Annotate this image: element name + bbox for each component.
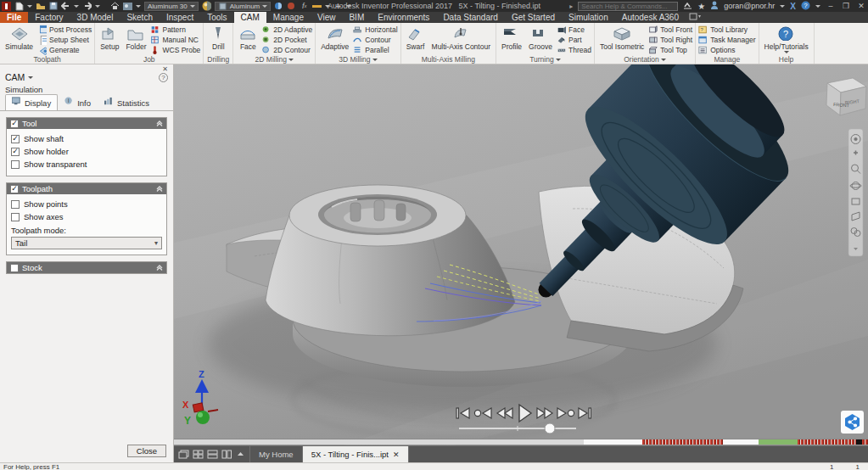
minimize-button[interactable]: –: [826, 2, 836, 10]
ribbon-tab-file[interactable]: File: [0, 12, 28, 23]
search-expand-icon[interactable]: ▸: [569, 3, 573, 10]
manual-nc-button[interactable]: Manual NC: [150, 35, 200, 45]
user-dropdown-icon[interactable]: [780, 5, 785, 8]
color-icon[interactable]: [287, 2, 296, 11]
appearance-select[interactable]: Aluminum: [215, 2, 272, 11]
section-header-tool[interactable]: Tool: [7, 118, 166, 129]
panel-tab-statistics[interactable]: Statistics: [98, 94, 156, 110]
generate-button[interactable]: Generate: [37, 45, 92, 55]
checkbox-show-points[interactable]: Show points: [11, 198, 162, 210]
show-points-checkbox[interactable]: [11, 200, 20, 209]
a360-icon[interactable]: X: [790, 2, 796, 11]
material-select[interactable]: Aluminum 30: [144, 2, 199, 11]
pattern-button[interactable]: Pattern: [150, 25, 200, 35]
section-header-toolpath[interactable]: Toolpath: [7, 183, 166, 194]
ribbon-tab-get-started[interactable]: Get Started: [505, 12, 562, 23]
section-collapse-icon[interactable]: [156, 184, 163, 193]
help-dropdown-icon[interactable]: [815, 5, 820, 8]
setup-button[interactable]: Setup: [98, 24, 121, 52]
line-color-dropdown-icon[interactable]: [325, 5, 330, 8]
swarf-button[interactable]: Swarf: [404, 24, 428, 52]
groove-button[interactable]: Groove: [526, 24, 555, 52]
adaptive-button[interactable]: Adaptive: [318, 24, 351, 52]
show-shaft-checkbox[interactable]: [11, 135, 20, 143]
parallel-button[interactable]: Parallel: [353, 45, 397, 55]
open-icon[interactable]: [36, 2, 45, 11]
viewport-3d[interactable]: Z X Y FRONT RIGHT: [174, 64, 868, 445]
checkbox-show-axes[interactable]: Show axes: [11, 210, 162, 223]
horizontal-button[interactable]: Horizontal: [353, 25, 397, 35]
ribbon-tab-data-standard[interactable]: Data Standard: [436, 12, 505, 23]
ribbon-tab-tools[interactable]: Tools: [200, 12, 233, 23]
panel-help-icon[interactable]: ?: [159, 73, 168, 82]
stock-enable-checkbox[interactable]: [10, 264, 19, 272]
cascade-windows-icon[interactable]: [178, 450, 189, 459]
ribbon-tab-environments[interactable]: Environments: [371, 12, 436, 23]
help-tutorials-button[interactable]: ?Help/Tutorials: [762, 24, 811, 54]
save-icon[interactable]: [48, 2, 58, 11]
folder-button[interactable]: Folder: [123, 24, 148, 52]
favorites-star-icon[interactable]: ★: [697, 2, 705, 11]
tile-windows-icon[interactable]: [193, 450, 204, 459]
playback-slider-thumb[interactable]: [545, 423, 555, 434]
ribbon-tab-factory[interactable]: Factory: [28, 12, 70, 23]
tool-enable-checkbox[interactable]: [10, 120, 19, 128]
tool-right-button[interactable]: Tool Right: [648, 35, 692, 45]
collapse-docbar-icon[interactable]: [236, 450, 245, 459]
material-ball-icon[interactable]: [202, 2, 211, 11]
task-manager-button[interactable]: Task Manager: [698, 35, 755, 45]
ribbon-tab-inspect[interactable]: Inspect: [160, 12, 200, 23]
add-tool-icon[interactable]: +: [333, 2, 343, 11]
ribbon-group-label-3d-milling[interactable]: 3D Milling: [318, 55, 397, 64]
line-color-icon[interactable]: [312, 2, 322, 11]
search-input[interactable]: [578, 2, 678, 11]
doc-tab-my-home[interactable]: My Home: [250, 446, 303, 462]
close-button[interactable]: ✕: [856, 2, 866, 10]
simulate-button[interactable]: Simulate: [3, 24, 36, 52]
ribbon-tab-manage[interactable]: Manage: [266, 12, 311, 23]
ribbon-tab-bim[interactable]: BIM: [342, 12, 371, 23]
tool-isometric-button[interactable]: Tool Isometric: [597, 24, 647, 52]
doc-tab-close-icon[interactable]: ✕: [393, 450, 400, 459]
help-menu-icon[interactable]: ?: [801, 1, 810, 12]
render-dropdown-icon[interactable]: [136, 5, 141, 8]
checkbox-show-transparent[interactable]: Show transparent: [11, 158, 162, 171]
simulation-close-button[interactable]: Close: [127, 445, 166, 457]
redo-dropdown-icon[interactable]: [95, 5, 100, 8]
face-button[interactable]: Face: [236, 24, 260, 52]
drill-button[interactable]: Drill: [206, 24, 230, 52]
show-holder-checkbox[interactable]: [11, 148, 20, 156]
panel-title-dropdown-icon[interactable]: [28, 76, 33, 79]
undo-dropdown-icon[interactable]: [74, 5, 79, 8]
2d-pocket-button[interactable]: 2D Pocket: [261, 35, 312, 45]
thread-button[interactable]: Thread: [557, 45, 591, 55]
sync-icon[interactable]: [683, 1, 692, 11]
options-button[interactable]: Options: [698, 45, 755, 55]
render-icon[interactable]: [123, 2, 132, 11]
tool-front-button[interactable]: Tool Front: [648, 25, 692, 35]
multi-axis-contour-button[interactable]: Multi-Axis Contour: [429, 24, 493, 52]
restore-button[interactable]: ❐: [841, 2, 851, 10]
view-cube[interactable]: FRONT RIGHT: [826, 78, 866, 115]
ribbon-tab-view[interactable]: View: [311, 12, 343, 23]
ribbon-group-label-orientation[interactable]: Orientation: [597, 55, 692, 64]
tile-vertical-icon[interactable]: [221, 450, 232, 459]
simulation-timeline[interactable]: [174, 439, 868, 445]
show-axes-checkbox[interactable]: [11, 213, 20, 221]
doc-tab-5x-tilting-finis-ipt[interactable]: 5X - Tilting - Finis...ipt✕: [303, 446, 409, 462]
checkbox-show-shaft[interactable]: Show shaft: [11, 132, 162, 145]
ribbon-tab-cam[interactable]: CAM: [234, 12, 266, 23]
ribbon-display-options-icon[interactable]: [689, 13, 701, 22]
face-button[interactable]: Face: [557, 25, 591, 35]
2d-contour-button[interactable]: 2D Contour: [261, 45, 312, 55]
contour-button[interactable]: Contour: [353, 35, 397, 45]
ribbon-tab-autodesk-a360[interactable]: Autodesk A360: [615, 12, 686, 23]
qat-customize-icon[interactable]: [346, 5, 351, 8]
user-name[interactable]: goran@pnor.hr: [724, 2, 775, 10]
ribbon-group-label-2d-milling[interactable]: 2D Milling: [236, 55, 312, 64]
panel-close-icon[interactable]: ✕: [162, 65, 168, 73]
redo-icon[interactable]: [82, 2, 92, 11]
toolpath-mode-select[interactable]: Tail▾: [11, 237, 162, 249]
adjust-icon[interactable]: [274, 2, 283, 11]
profile-button[interactable]: Profile: [499, 24, 524, 52]
